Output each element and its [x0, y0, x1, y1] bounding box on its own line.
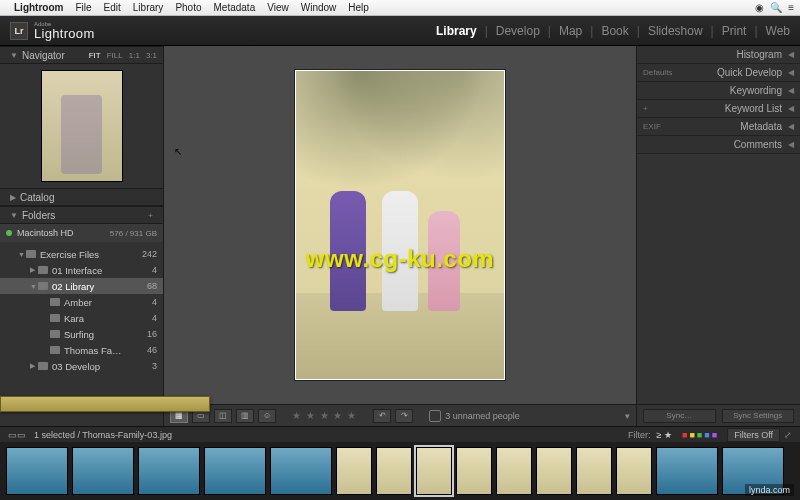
- menu-app[interactable]: Lightroom: [14, 2, 63, 13]
- color-label-blue[interactable]: ■: [704, 430, 709, 440]
- menu-metadata[interactable]: Metadata: [214, 2, 256, 13]
- nav-fill[interactable]: FILL: [107, 51, 123, 60]
- people-label[interactable]: 3 unnamed people: [429, 410, 520, 422]
- panel-keywording-header[interactable]: Keywording◀: [637, 82, 800, 100]
- nav-1to1[interactable]: 1:1: [129, 51, 140, 60]
- canvas[interactable]: ↖: [164, 46, 636, 404]
- filmstrip-thumb[interactable]: [656, 447, 718, 495]
- folder-row[interactable]: ▶ 03 Develop 3: [0, 358, 163, 374]
- filmstrip-thumb[interactable]: [376, 447, 412, 495]
- center-area: ↖ ▦ ▭ ◫ ▥ ☺ ★ ★ ★ ★ ★ ↶ ↷ 3 unnamed peop…: [164, 46, 636, 426]
- cc-tray-icon[interactable]: ◉: [755, 2, 764, 13]
- nav-3to1[interactable]: 3:1: [146, 51, 157, 60]
- people-view-button[interactable]: ☺: [258, 409, 276, 423]
- menu-library[interactable]: Library: [133, 2, 164, 13]
- folder-name: Amber: [64, 297, 152, 308]
- filmstrip-thumb[interactable]: [72, 447, 134, 495]
- panel-catalog-header[interactable]: ▶ Catalog: [0, 188, 163, 206]
- rating-stars[interactable]: ★ ★ ★ ★ ★: [292, 410, 357, 421]
- video-playhead[interactable]: [0, 396, 210, 412]
- filmstrip-thumb[interactable]: [496, 447, 532, 495]
- menu-edit[interactable]: Edit: [104, 2, 121, 13]
- panel-navigator-header[interactable]: ▼ Navigator FIT FILL 1:1 3:1: [0, 46, 163, 64]
- menu-photo[interactable]: Photo: [175, 2, 201, 13]
- folder-row[interactable]: Thomas Fa… 46: [0, 342, 163, 358]
- folder-name: 02 Library: [52, 281, 147, 292]
- panel-histogram-header[interactable]: Histogram◀: [637, 46, 800, 64]
- folder-count: 4: [152, 313, 157, 323]
- menu-window[interactable]: Window: [301, 2, 337, 13]
- panel-folders-header[interactable]: ▼ Folders +: [0, 206, 163, 224]
- color-label-purple[interactable]: ■: [712, 430, 717, 440]
- filmstrip-thumb[interactable]: [536, 447, 572, 495]
- folder-row[interactable]: Surfing 16: [0, 326, 163, 342]
- folder-icon: [50, 346, 60, 354]
- filmstrip-thumb[interactable]: [576, 447, 612, 495]
- people-text: 3 unnamed people: [445, 411, 520, 421]
- filmstrip-thumb[interactable]: [416, 447, 452, 495]
- folder-row[interactable]: Kara 4: [0, 310, 163, 326]
- loupe-photo[interactable]: [295, 70, 505, 380]
- filmstrip[interactable]: lynda.com: [0, 442, 800, 500]
- filters-off-button[interactable]: Filters Off: [727, 428, 780, 442]
- toolbar-chevron-icon[interactable]: ▾: [625, 411, 630, 421]
- breadcrumb[interactable]: 1 selected / Thomas-Family-03.jpg: [34, 430, 172, 440]
- chevron-down-icon: ▼: [10, 51, 18, 60]
- filmstrip-thumb[interactable]: [138, 447, 200, 495]
- module-map[interactable]: Map: [559, 24, 582, 38]
- folder-row[interactable]: ▼ 02 Library 68: [0, 278, 163, 294]
- rp-label: Comments: [734, 139, 782, 150]
- menu-extras-icon[interactable]: ≡: [788, 2, 794, 13]
- filmstrip-thumb[interactable]: [204, 447, 266, 495]
- rotate-cw-button[interactable]: ↷: [395, 409, 413, 423]
- chevron-left-icon: ◀: [788, 104, 794, 113]
- folder-name: Surfing: [64, 329, 147, 340]
- panel-keywordlist-header[interactable]: +Keyword List◀: [637, 100, 800, 118]
- menu-help[interactable]: Help: [348, 2, 369, 13]
- folder-row[interactable]: ▼ Exercise Files 242: [0, 246, 163, 262]
- rotate-ccw-button[interactable]: ↶: [373, 409, 391, 423]
- volume-bar[interactable]: Macintosh HD 576 / 931 GB: [0, 224, 163, 242]
- filmstrip-thumb[interactable]: [456, 447, 492, 495]
- folder-count: 3: [152, 361, 157, 371]
- rp-label: Keywording: [730, 85, 782, 96]
- folder-icon: [50, 298, 60, 306]
- folder-row[interactable]: Amber 4: [0, 294, 163, 310]
- panel-quickdevelop-header[interactable]: DefaultsQuick Develop◀: [637, 64, 800, 82]
- chevron-left-icon: ◀: [788, 86, 794, 95]
- brand-text: Adobe Lightroom: [34, 21, 95, 40]
- compare-view-button[interactable]: ◫: [214, 409, 232, 423]
- panel-folders-title: Folders: [22, 210, 144, 221]
- filmstrip-thumb[interactable]: [6, 447, 68, 495]
- module-library[interactable]: Library: [436, 24, 477, 38]
- color-label-red[interactable]: ■: [682, 430, 687, 440]
- sync-button[interactable]: Sync…: [643, 409, 716, 423]
- folder-count: 4: [152, 265, 157, 275]
- module-web[interactable]: Web: [766, 24, 790, 38]
- survey-view-button[interactable]: ▥: [236, 409, 254, 423]
- plus-icon[interactable]: +: [148, 211, 153, 220]
- second-window-icon[interactable]: ▭▭: [8, 430, 26, 440]
- filter-lock-icon[interactable]: ⤢: [784, 430, 792, 440]
- loupe-toolbar: ▦ ▭ ◫ ▥ ☺ ★ ★ ★ ★ ★ ↶ ↷ 3 unnamed people…: [164, 404, 636, 426]
- sync-settings-button[interactable]: Sync Settings: [722, 409, 795, 423]
- filmstrip-thumb[interactable]: [336, 447, 372, 495]
- folder-row[interactable]: ▶ 01 Interface 4: [0, 262, 163, 278]
- folder-icon: [38, 266, 48, 274]
- color-label-yellow[interactable]: ■: [689, 430, 694, 440]
- color-label-green[interactable]: ■: [697, 430, 702, 440]
- filmstrip-thumb[interactable]: [616, 447, 652, 495]
- module-book[interactable]: Book: [601, 24, 628, 38]
- menu-view[interactable]: View: [267, 2, 289, 13]
- module-develop[interactable]: Develop: [496, 24, 540, 38]
- module-print[interactable]: Print: [722, 24, 747, 38]
- navigator-thumbnail[interactable]: [41, 70, 123, 182]
- panel-comments-header[interactable]: Comments◀: [637, 136, 800, 154]
- menu-file[interactable]: File: [75, 2, 91, 13]
- filter-rating[interactable]: ≥ ★: [657, 430, 672, 440]
- nav-fit[interactable]: FIT: [89, 51, 101, 60]
- filmstrip-thumb[interactable]: [270, 447, 332, 495]
- module-slideshow[interactable]: Slideshow: [648, 24, 703, 38]
- panel-metadata-header[interactable]: EXIFMetadata◀: [637, 118, 800, 136]
- spotlight-icon[interactable]: 🔍: [770, 2, 782, 13]
